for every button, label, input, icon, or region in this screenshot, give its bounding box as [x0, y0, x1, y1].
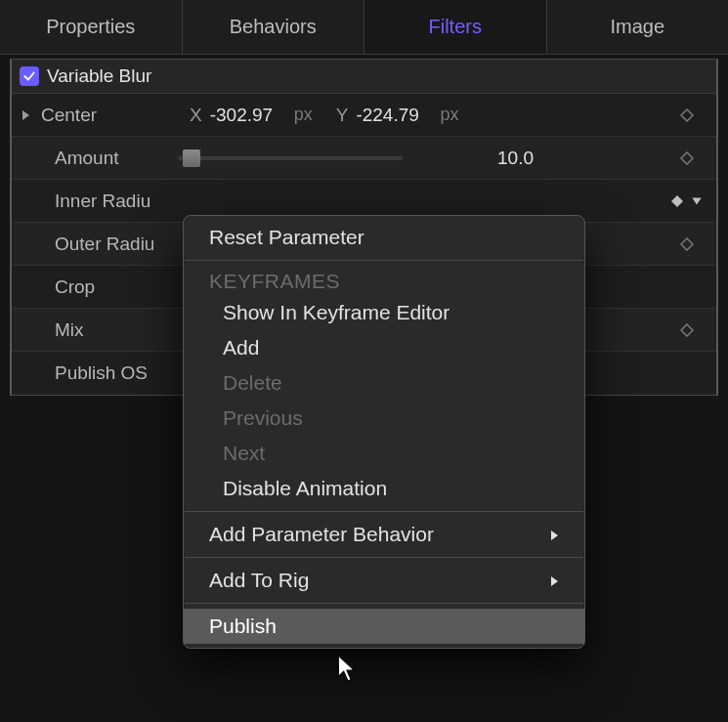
center-x-value[interactable]: -302.97 — [210, 105, 288, 126]
checkmark-icon — [22, 69, 36, 83]
tab-filters-label: Filters — [429, 16, 482, 38]
diamond-icon — [680, 237, 694, 251]
center-y-value[interactable]: -224.79 — [356, 105, 434, 126]
param-amount-row: Amount 10.0 — [12, 137, 716, 180]
parameter-context-menu: Reset Parameter KEYFRAMES Show In Keyfra… — [183, 215, 585, 649]
param-center-label: Center — [39, 105, 186, 126]
center-x-unit: px — [294, 105, 313, 125]
menu-previous-keyframe: Previous — [184, 401, 584, 436]
svg-marker-9 — [338, 656, 354, 681]
tab-behaviors-label: Behaviors — [230, 16, 317, 38]
menu-separator — [185, 557, 583, 558]
svg-marker-8 — [551, 576, 558, 586]
tab-filters[interactable]: Filters — [364, 0, 547, 54]
menu-add-parameter-behavior[interactable]: Add Parameter Behavior — [184, 517, 584, 552]
chevron-down-icon — [690, 194, 704, 208]
keyframe-center[interactable] — [658, 108, 716, 122]
param-outer-label: Outer Radiu — [12, 234, 178, 255]
param-amount-label: Amount — [12, 148, 178, 169]
disclosure-triangle[interactable] — [12, 109, 39, 121]
menu-show-in-keyframe-editor[interactable]: Show In Keyframe Editor — [184, 295, 584, 330]
filter-enable-checkbox[interactable] — [20, 66, 39, 86]
triangle-right-icon — [21, 109, 30, 121]
menu-reset-parameter[interactable]: Reset Parameter — [184, 220, 584, 255]
keyframe-inner[interactable] — [658, 194, 716, 208]
axis-y-label: Y — [336, 105, 349, 126]
menu-next-keyframe: Next — [184, 436, 584, 471]
filter-title: Variable Blur — [47, 65, 151, 87]
svg-marker-4 — [692, 197, 701, 204]
tab-properties-label: Properties — [46, 16, 135, 38]
menu-disable-animation[interactable]: Disable Animation — [184, 471, 584, 506]
slider-thumb[interactable] — [183, 149, 200, 167]
tab-image[interactable]: Image — [547, 0, 729, 54]
svg-marker-0 — [22, 110, 29, 120]
menu-separator — [185, 603, 583, 604]
menu-add-to-rig[interactable]: Add To Rig — [184, 563, 584, 598]
submenu-arrow-icon — [549, 523, 559, 546]
svg-marker-5 — [681, 238, 693, 250]
diamond-icon — [680, 108, 694, 122]
param-publish-osc-label: Publish OS — [12, 362, 178, 384]
inspector-tabs: Properties Behaviors Filters Image — [0, 0, 728, 55]
amount-slider[interactable] — [178, 149, 403, 168]
tab-image-label: Image — [610, 16, 664, 38]
keyframe-outer[interactable] — [658, 237, 716, 251]
diamond-icon — [680, 151, 694, 165]
param-crop-label: Crop — [12, 276, 178, 298]
svg-marker-1 — [681, 109, 693, 121]
svg-marker-2 — [681, 152, 693, 164]
mouse-cursor — [337, 655, 359, 689]
param-mix-label: Mix — [12, 319, 178, 341]
menu-add-keyframe[interactable]: Add — [184, 330, 584, 365]
param-inner-label: Inner Radiu — [12, 191, 178, 212]
diamond-filled-icon — [670, 194, 684, 208]
svg-marker-3 — [671, 195, 683, 207]
tab-properties[interactable]: Properties — [0, 0, 183, 54]
diamond-icon — [680, 323, 694, 337]
svg-marker-7 — [551, 531, 558, 540]
amount-value[interactable]: 10.0 — [403, 148, 658, 169]
menu-separator — [185, 260, 583, 261]
menu-delete-keyframe: Delete — [184, 365, 584, 401]
svg-marker-6 — [681, 324, 693, 336]
axis-x-label: X — [190, 105, 202, 126]
filter-header: Variable Blur — [12, 60, 716, 94]
menu-publish[interactable]: Publish — [184, 609, 584, 644]
tab-behaviors[interactable]: Behaviors — [183, 0, 365, 54]
center-y-unit: px — [440, 105, 458, 125]
keyframe-mix[interactable] — [658, 323, 716, 337]
keyframe-amount[interactable] — [658, 151, 716, 165]
menu-keyframes-header: KEYFRAMES — [184, 266, 584, 295]
menu-separator — [185, 511, 583, 512]
submenu-arrow-icon — [549, 569, 559, 592]
param-center-row: Center X -302.97 px Y -224.79 px — [12, 94, 716, 137]
